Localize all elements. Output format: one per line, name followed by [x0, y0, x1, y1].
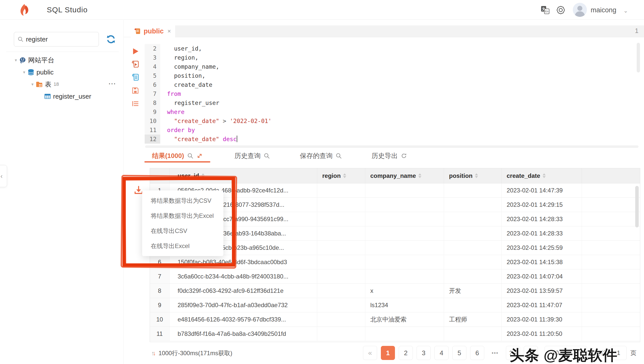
translate-icon[interactable]: 文 En — [540, 5, 550, 15]
code-text: order by — [160, 126, 195, 135]
menu-item-export-results-excel[interactable]: 将结果数据导出为Excel — [142, 208, 223, 223]
table-vscrollbar[interactable] — [635, 186, 639, 227]
explain-plan-icon[interactable] — [131, 100, 139, 108]
sort-icon[interactable] — [202, 173, 205, 178]
code-text: "create_date" > '2022-02-01' — [160, 116, 271, 126]
tree-expand-caret-icon[interactable]: ▾ — [30, 82, 35, 87]
tree-item-more-icon[interactable]: ··· — [109, 80, 116, 87]
page-button-6[interactable]: 6 — [470, 346, 484, 360]
code-area[interactable]: 2 user_id,3 region,4 company_name,5 posi… — [145, 44, 634, 144]
tab-close-icon[interactable]: × — [168, 28, 171, 35]
editor-vscrollbar[interactable] — [637, 43, 640, 72]
cell-user-id: b783df6f-f16a-47a6-ba8a-c3409b2501fd — [170, 327, 317, 341]
header-cell-region[interactable]: region — [317, 168, 365, 183]
sort-icon[interactable] — [543, 173, 546, 178]
sidebar-search-box[interactable] — [14, 32, 99, 47]
refresh-icon[interactable] — [401, 153, 407, 159]
tree-item-site-platform[interactable]: ▾网站平台 — [0, 54, 123, 66]
menu-item-online-export-excel[interactable]: 在线导出Excel — [142, 238, 223, 254]
results-tab-label: 保存的查询 — [300, 151, 333, 160]
code-line-11: 11order by — [145, 126, 634, 135]
table-header-row: user_idregioncompany_namepositioncreate_… — [150, 168, 640, 183]
sort-icon[interactable] — [343, 173, 346, 178]
cell-region — [317, 241, 365, 255]
code-line-5: 5 position, — [145, 71, 634, 80]
results-tab-results[interactable]: 结果(1000) — [144, 150, 210, 161]
goto-page-input[interactable] — [611, 346, 627, 360]
run-query-icon[interactable] — [131, 47, 139, 55]
page-button-2[interactable]: 2 — [399, 346, 413, 360]
cell-company-name — [365, 327, 444, 341]
user-name[interactable]: maicong — [591, 6, 616, 14]
page-button-1[interactable]: 1 — [381, 346, 395, 360]
table-row[interactable]: 11b783df6f-f16a-47a6-ba8a-c3409b2501fd20… — [150, 327, 640, 341]
search-icon[interactable] — [336, 153, 342, 159]
table-row[interactable]: 8f0dc329f-c063-4292-afc9-612ff36d121ex开发… — [150, 284, 640, 298]
cell-extra — [582, 183, 640, 197]
sort-icon[interactable] — [475, 173, 478, 178]
expand-icon[interactable] — [196, 153, 203, 159]
cell-create-date: 2023-02-01 14:28:33 — [502, 226, 582, 240]
user-avatar[interactable] — [573, 3, 587, 17]
header-cell-create_date[interactable]: create_date — [502, 168, 582, 183]
line-number: 6 — [145, 80, 160, 89]
cell-user-id: 3c6a60cc-b234-4cbb-a48b-9f24003180... — [170, 269, 317, 284]
code-line-12: 12 "create_date" desc — [145, 135, 634, 144]
format-sql-icon[interactable] — [131, 73, 139, 82]
tree-item-schema-public[interactable]: ▾public — [0, 66, 123, 78]
results-tab-saved-queries[interactable]: 保存的查询 — [300, 150, 342, 161]
code-text: create_date — [160, 80, 212, 89]
header-cell-position[interactable]: position — [444, 168, 502, 183]
tree-expand-caret-icon[interactable]: ▾ — [21, 70, 27, 75]
table-row[interactable]: 48b1e52c6-87f6-436e-ab93-164b38aba...202… — [150, 226, 640, 241]
header-cell-company_name[interactable]: company_name — [365, 168, 444, 183]
sql-editor: 2 user_id,3 region,4 company_name,5 posi… — [124, 37, 644, 150]
table-row[interactable]: 9285f09e3-70d0-47fc-b1af-a03edd0ae732ls1… — [150, 298, 640, 312]
cell-create-date: 2023-02-01 14:47:39 — [502, 183, 582, 197]
cell-rownum: 11 — [150, 327, 170, 341]
code-line-7: 7from — [145, 89, 634, 98]
page-button-4[interactable]: 4 — [434, 346, 449, 360]
search-input[interactable] — [26, 35, 95, 43]
table-row[interactable]: 6150f0fac-b083-40e6-8d6f-3bdcaac00bd3202… — [150, 255, 640, 269]
tree-expand-caret-icon[interactable]: ▾ — [13, 58, 19, 63]
refresh-sync-icon[interactable] — [106, 34, 116, 44]
page-size-select[interactable]: 50条/页⌄ — [545, 346, 587, 360]
tab-public[interactable]: public × — [131, 25, 175, 37]
tree-item-tables-folder[interactable]: ▾表18··· — [0, 78, 123, 90]
header-cell-rownum — [150, 168, 170, 183]
sort-icon[interactable] — [418, 173, 421, 178]
next-page-button[interactable]: » — [524, 346, 538, 360]
prev-page-button[interactable]: « — [363, 346, 377, 360]
table-row[interactable]: 73c6a60cc-b234-4cbb-a48b-9f24003180...20… — [150, 269, 640, 284]
settings-gear-icon[interactable] — [556, 6, 565, 14]
sidebar-collapse-handle[interactable]: ‹ — [0, 165, 7, 187]
user-menu-chevron-down-icon[interactable]: ⌄ — [623, 8, 628, 14]
line-number: 8 — [145, 98, 160, 107]
table-row[interactable]: 10e4816456-6126-4032-9579-67dbcf339...北京… — [150, 312, 640, 327]
cell-rownum: 6 — [150, 255, 170, 269]
code-line-9: 9where — [145, 107, 634, 116]
table-row[interactable]: 3d2e47f3a-19c6-4cc7-a990-9435691c99...20… — [150, 212, 640, 226]
search-icon[interactable] — [187, 153, 193, 159]
table-row[interactable]: 57f3da125-9fe5-45cb-b23b-a965c10de...202… — [150, 241, 640, 255]
table-row[interactable]: 26a9cf15b-03bb-4216-8077-3298f537d...202… — [150, 198, 640, 212]
page-button-3[interactable]: 3 — [417, 346, 431, 360]
menu-item-export-results-csv[interactable]: 将结果数据导出为CSV — [142, 193, 223, 208]
search-icon — [18, 36, 23, 43]
sidebar: ▾网站平台▾public▾表18···register_user — [0, 20, 124, 364]
table-row[interactable]: 105606cc2-00da-4686-adbb-92ce4fc12d...20… — [150, 183, 640, 198]
sidebar-divider — [6, 52, 119, 52]
search-icon[interactable] — [264, 153, 270, 159]
editor-hscrollbar[interactable] — [145, 145, 638, 148]
tree-item-table-register-user[interactable]: register_user — [0, 90, 123, 102]
header-cell-user_id[interactable]: user_id — [170, 168, 317, 183]
page-button-5[interactable]: 5 — [452, 346, 466, 360]
results-tab-export-history[interactable]: 历史导出 — [372, 150, 407, 161]
run-script-icon[interactable] — [131, 60, 139, 68]
menu-item-online-export-csv[interactable]: 在线导出CSV — [142, 223, 223, 238]
save-query-icon[interactable] — [131, 87, 139, 95]
results-tab-history-queries[interactable]: 历史查询 — [234, 150, 270, 161]
page-button-20[interactable]: 20 — [506, 346, 520, 360]
more-pages-button[interactable]: ••• — [488, 346, 502, 360]
